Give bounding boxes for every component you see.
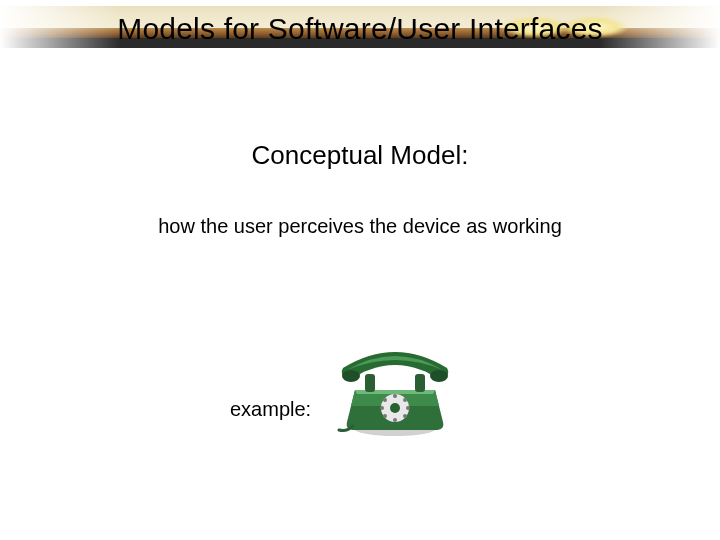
svg-rect-2 [415,374,425,392]
svg-point-8 [403,414,407,418]
svg-point-5 [393,394,397,398]
telephone-icon [325,330,455,440]
svg-rect-1 [365,374,375,392]
slide-body-text: how the user perceives the device as wor… [0,215,720,238]
slide-title: Models for Software/User Interfaces [0,12,720,46]
svg-point-4 [390,403,400,413]
svg-point-12 [383,398,387,402]
example-label: example: [230,350,311,421]
slide-subtitle: Conceptual Model: [0,140,720,171]
svg-point-10 [383,414,387,418]
svg-point-14 [430,370,448,382]
svg-point-6 [403,398,407,402]
svg-point-9 [393,418,397,422]
svg-point-13 [342,370,360,382]
svg-point-11 [380,406,384,410]
svg-point-7 [406,406,410,410]
slide: Models for Software/User Interfaces Conc… [0,0,720,540]
example-row: example: [230,330,455,440]
